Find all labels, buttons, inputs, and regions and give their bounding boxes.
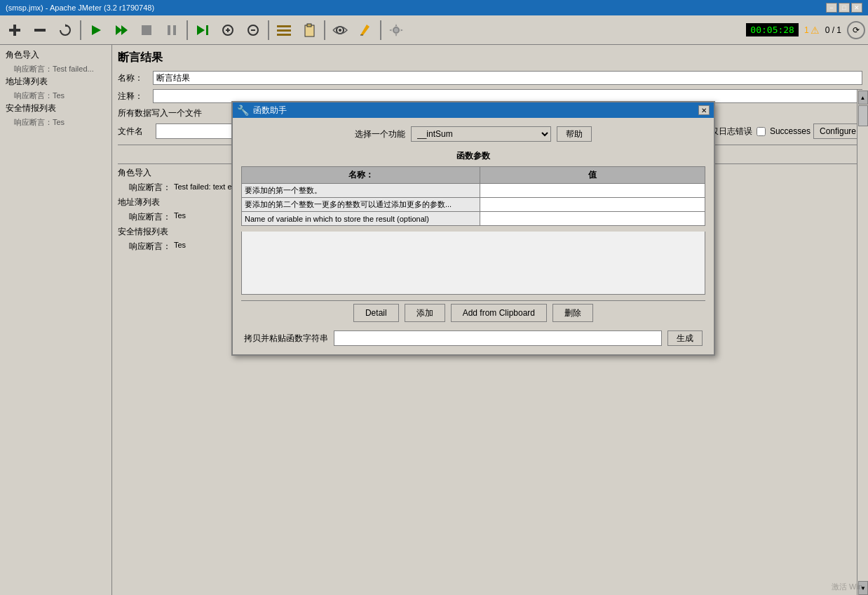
svg-rect-9 (173, 25, 176, 35)
svg-marker-4 (92, 25, 101, 35)
toolbar-sep-2 (187, 20, 188, 40)
modal-overlay: 🔧 函数助手 ✕ 选择一个功能 __intSum 帮助 (112, 45, 868, 595)
generate-row: 拷贝并粘贴函数字符串 生成 (241, 330, 705, 346)
modal-close-button[interactable]: ✕ (698, 105, 710, 115)
function-select-dropdown[interactable]: __intSum (411, 126, 551, 142)
toolbar-refresh-btn[interactable] (53, 18, 77, 42)
param-row-3: Name of variable in which to store the r… (242, 212, 705, 226)
params-table: 名称： 值 要添加的第一个整数。 要添加的第二个整数一更多的整数可以通过添加更多… (241, 166, 705, 226)
svg-marker-6 (121, 25, 128, 35)
generate-button[interactable]: 生成 (667, 330, 703, 346)
svg-rect-21 (307, 24, 311, 27)
svg-marker-5 (116, 25, 122, 35)
action-buttons-row: Detail 添加 Add from Clipboard 删除 (241, 300, 705, 322)
toolbar-sep-3 (268, 20, 269, 40)
toolbar-run-no-pause-btn[interactable] (109, 18, 133, 42)
add-from-clipboard-button[interactable]: Add from Clipboard (451, 304, 547, 322)
toolbar-pause-btn[interactable] (160, 18, 184, 42)
param-row-2: 要添加的第二个整数一更多的整数可以通过添加更多的参数... (242, 198, 705, 212)
left-panel: 角色导入 响应断言：Test failed... 地址薄列表 响应断言：Tes … (0, 45, 112, 595)
function-helper-dialog: 🔧 函数助手 ✕ 选择一个功能 __intSum 帮助 (231, 101, 715, 356)
toolbar-right: 00:05:28 1 ⚠ 0 / 1 ⟳ (746, 21, 865, 39)
add-button[interactable]: 添加 (405, 304, 445, 322)
svg-rect-2 (34, 29, 46, 32)
toolbar-add-btn[interactable] (3, 18, 27, 42)
main-area: 角色导入 响应断言：Test failed... 地址薄列表 响应断言：Tes … (0, 45, 868, 595)
params-section-title: 函数参数 (241, 150, 705, 162)
warning-count: 1 (804, 25, 809, 35)
param-name-1: 要添加的第一个整数。 (242, 184, 480, 198)
toolbar: 00:05:28 1 ⚠ 0 / 1 ⟳ (0, 15, 868, 45)
svg-rect-1 (9, 29, 20, 32)
assertion-sub-1: 响应断言：Test failed... (3, 62, 109, 74)
modal-title-bar: 🔧 函数助手 ✕ (233, 102, 714, 118)
svg-marker-24 (360, 25, 369, 35)
title-bar-text: (smsp.jmx) - Apache JMeter (3.2 r1790748… (6, 4, 154, 12)
params-header-name: 名称： (242, 167, 480, 184)
title-bar-controls: − □ ✕ (826, 3, 862, 13)
timer-display: 00:05:28 (746, 23, 799, 36)
param-value-2[interactable] (480, 198, 705, 212)
close-button[interactable]: ✕ (851, 3, 862, 13)
toolbar-settings-btn[interactable] (272, 18, 296, 42)
toolbar-sep-5 (380, 20, 381, 40)
toolbar-sep-1 (80, 20, 81, 40)
param-row-1: 要添加的第一个整数。 (242, 184, 705, 198)
toolbar-remove-thread-btn[interactable] (241, 18, 265, 42)
params-header-value: 值 (480, 167, 705, 184)
modal-title-text: 函数助手 (253, 105, 287, 116)
assertion-sub-3: 响应断言：Tes (3, 116, 109, 128)
toolbar-stop-btn[interactable] (135, 18, 158, 42)
svg-rect-7 (142, 25, 151, 35)
detail-button[interactable]: Detail (353, 304, 399, 322)
title-bar: (smsp.jmx) - Apache JMeter (3.2 r1790748… (0, 0, 868, 15)
minimize-button[interactable]: − (826, 3, 837, 13)
toolbar-run-btn[interactable] (84, 18, 108, 42)
counter-display: 0 / 1 (825, 25, 841, 35)
sidebar-item-security-list[interactable]: 安全情报列表 (3, 101, 109, 116)
toolbar-step-btn[interactable] (191, 18, 215, 42)
sidebar-item-address-list[interactable]: 地址薄列表 (3, 74, 109, 89)
svg-rect-19 (277, 34, 291, 36)
svg-marker-10 (197, 25, 205, 35)
help-button[interactable]: 帮助 (557, 126, 592, 142)
param-name-3: Name of variable in which to store the r… (242, 212, 480, 226)
param-name-2: 要添加的第二个整数一更多的整数可以通过添加更多的参数... (242, 198, 480, 212)
delete-button[interactable]: 删除 (552, 304, 593, 322)
warning-icon: ⚠ (811, 25, 820, 36)
svg-rect-11 (206, 25, 208, 35)
assertion-sub-2: 响应断言：Tes (3, 89, 109, 101)
param-value-1[interactable] (480, 184, 705, 198)
sidebar-item-role-import[interactable]: 角色导入 (3, 48, 109, 62)
svg-rect-17 (277, 25, 291, 27)
function-select-row: 选择一个功能 __intSum 帮助 (241, 126, 705, 142)
warning-badge: 1 ⚠ (804, 25, 820, 36)
svg-rect-8 (168, 25, 170, 35)
toolbar-remove-btn[interactable] (28, 18, 52, 42)
maximize-button[interactable]: □ (839, 3, 850, 13)
toolbar-sep-4 (324, 20, 325, 40)
params-empty-area (241, 232, 705, 295)
modal-title-area: 🔧 函数助手 (237, 105, 287, 116)
svg-rect-18 (277, 29, 291, 32)
param-value-3[interactable] (480, 212, 705, 226)
generate-input[interactable] (334, 330, 662, 346)
svg-point-23 (339, 29, 341, 32)
modal-icon: 🔧 (237, 105, 249, 116)
toolbar-edit-btn[interactable] (353, 18, 377, 42)
modal-body: 选择一个功能 __intSum 帮助 函数参数 名称： 值 (233, 118, 714, 354)
toolbar-clipboard-btn[interactable] (297, 18, 321, 42)
toolbar-view-btn[interactable] (328, 18, 352, 42)
svg-point-26 (393, 27, 399, 33)
toolbar-config-btn[interactable] (384, 18, 408, 42)
toolbar-add-thread-btn[interactable] (216, 18, 240, 42)
function-select-label: 选择一个功能 (355, 128, 405, 140)
right-content: 断言结果 名称： 注释： 所有数据写入一个文件 文件名 浏览... Log/Di… (112, 45, 868, 595)
toolbar-refresh-circle-btn[interactable]: ⟳ (847, 21, 865, 39)
generate-label: 拷贝并粘贴函数字符串 (244, 333, 328, 345)
